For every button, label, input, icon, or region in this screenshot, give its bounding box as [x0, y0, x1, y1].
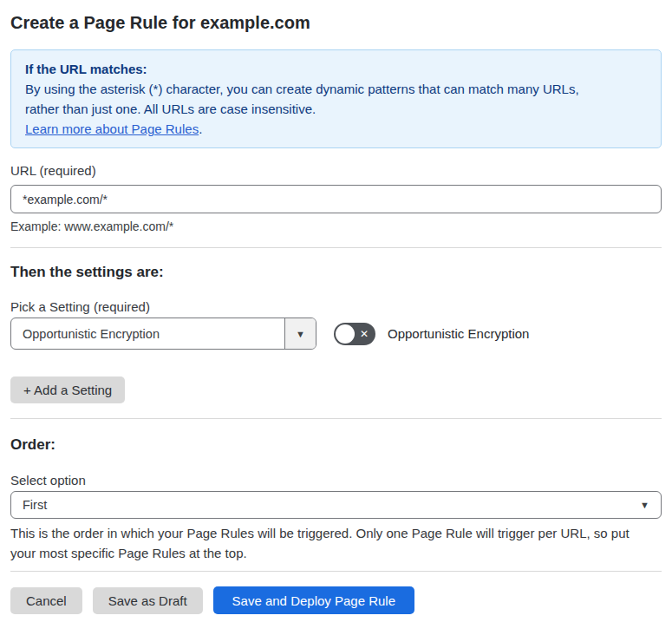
chevron-down-icon: ▼: [296, 329, 305, 339]
pick-setting-label: Pick a Setting (required): [10, 298, 662, 316]
setting-select-arrow-button[interactable]: ▼: [284, 318, 316, 349]
setting-select-value: Opportunistic Encryption: [11, 318, 284, 349]
settings-section-heading: Then the settings are:: [10, 262, 662, 283]
opportunistic-encryption-toggle[interactable]: ✕: [334, 323, 375, 345]
order-select[interactable]: First ▼: [10, 491, 662, 519]
divider-settings: [10, 247, 662, 248]
save-draft-button[interactable]: Save as Draft: [93, 587, 203, 614]
info-box-body-line2: rather than just one. All URLs are case …: [25, 99, 647, 119]
toggle-knob: [336, 324, 355, 344]
url-example-helper: Example: www.example.com/*: [10, 218, 662, 235]
info-box-link-line: Learn more about Page Rules.: [25, 119, 647, 139]
chevron-down-icon: ▼: [640, 500, 649, 510]
settings-row: Opportunistic Encryption ▼ ✕ Opportunist…: [10, 318, 662, 350]
info-box-heading: If the URL matches:: [25, 59, 647, 79]
order-section-heading: Order:: [10, 435, 662, 455]
setting-select[interactable]: Opportunistic Encryption ▼: [10, 318, 316, 350]
divider-order: [10, 418, 662, 419]
link-suffix: .: [199, 121, 202, 136]
url-input[interactable]: [10, 185, 662, 213]
order-select-label: Select option: [10, 472, 662, 489]
page-rule-form: Create a Page Rule for example.com If th…: [0, 10, 672, 614]
toggle-off-x-icon: ✕: [360, 329, 369, 339]
add-setting-button[interactable]: + Add a Setting: [10, 376, 125, 403]
learn-more-link[interactable]: Learn more about Page Rules: [25, 121, 199, 136]
save-deploy-button[interactable]: Save and Deploy Page Rule: [213, 586, 414, 614]
url-match-info-box: If the URL matches: By using the asteris…: [10, 49, 662, 148]
toggle-label: Opportunistic Encryption: [388, 326, 529, 341]
url-field-label: URL (required): [10, 162, 662, 180]
order-helper-text: This is the order in which your Page Rul…: [10, 523, 652, 563]
cancel-button[interactable]: Cancel: [10, 587, 82, 614]
page-title: Create a Page Rule for example.com: [10, 10, 662, 35]
footer-buttons: Cancel Save as Draft Save and Deploy Pag…: [10, 586, 662, 614]
info-box-body-line1: By using the asterisk (*) character, you…: [25, 79, 647, 99]
divider-footer: [10, 571, 662, 572]
order-select-value: First: [23, 498, 47, 512]
